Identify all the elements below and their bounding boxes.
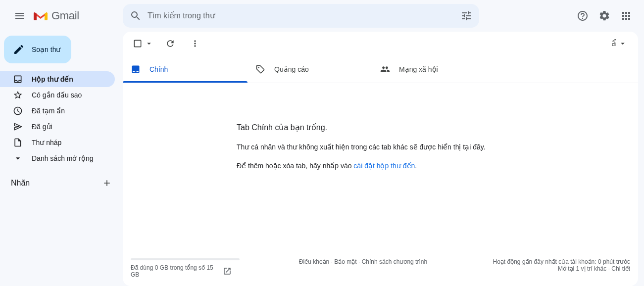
open-in-new-icon <box>223 267 232 276</box>
empty-hint: Để thêm hoặc xóa tab, hãy nhấp vào cài đ… <box>143 162 618 170</box>
layout: Soạn thư Hộp thư đến Có gắn dấu sao Đã t… <box>0 32 644 286</box>
sidebar-item-label: Đã tạm ẩn <box>32 107 65 115</box>
input-tools-icon: ẩ <box>611 40 616 48</box>
add-label-button[interactable] <box>100 176 114 190</box>
sep: · <box>606 265 611 272</box>
sep: · <box>329 258 334 265</box>
gmail-logo-text: Gmail <box>51 9 79 22</box>
tab-label: Quảng cáo <box>274 65 309 73</box>
sidebar-item-inbox[interactable]: Hộp thư đến <box>0 71 115 87</box>
labels-section-header: Nhãn <box>0 175 123 191</box>
tab-label: Chính <box>149 65 168 73</box>
header-right <box>573 6 640 26</box>
footer-links: Điều khoản · Bảo mật · Chính sách chương… <box>264 258 462 265</box>
compose-label: Soạn thư <box>32 46 60 53</box>
refresh-icon <box>165 39 175 48</box>
arrow-drop-down-icon <box>618 39 627 48</box>
empty-description: Thư cá nhân và thư không xuất hiện trong… <box>143 143 618 151</box>
storage-manage-link[interactable] <box>223 267 232 276</box>
empty-hint-pre: Để thêm hoặc xóa tab, hãy nhấp vào <box>237 162 353 170</box>
menu-icon <box>14 10 26 22</box>
sep: · <box>357 258 362 265</box>
more-vert-icon <box>190 39 200 48</box>
gmail-logo-icon <box>34 10 48 21</box>
sidebar-item-more[interactable]: Danh sách mở rộng <box>0 150 115 166</box>
sidebar-item-snoozed[interactable]: Đã tạm ẩn <box>0 103 115 119</box>
details-link[interactable]: Chi tiết <box>611 265 630 272</box>
privacy-link[interactable]: Bảo mật <box>334 258 356 265</box>
empty-state: Tab Chính của bạn trống. Thư cá nhân và … <box>123 83 638 254</box>
toolbar: ẩ <box>123 32 638 55</box>
apps-icon <box>620 10 632 22</box>
apps-button[interactable] <box>616 6 636 26</box>
help-icon <box>577 10 589 22</box>
gear-icon <box>598 10 610 22</box>
star-icon <box>13 90 23 100</box>
footer-activity: Hoạt động gần đây nhất của tài khoản: 0 … <box>482 258 630 272</box>
refresh-button[interactable] <box>160 34 180 53</box>
people-icon <box>380 64 390 74</box>
search-icon <box>130 10 142 22</box>
tab-promotions[interactable]: Quảng cáo <box>248 55 372 83</box>
terms-link[interactable]: Điều khoản <box>299 258 329 265</box>
category-tabs: Chính Quảng cáo Mạng xã hội <box>123 55 638 83</box>
sidebar-item-label: Hộp thư đến <box>32 75 73 83</box>
clock-icon <box>13 106 23 116</box>
storage-block: Đã dùng 0 GB trong tổng số 15 GB <box>131 258 245 278</box>
sidebar-item-sent[interactable]: Đã gửi <box>0 119 115 135</box>
inbox-icon <box>13 74 23 84</box>
open-elsewhere-text: Mở tại 1 vị trí khác <box>558 265 606 272</box>
pencil-icon <box>13 44 25 55</box>
arrow-drop-down-icon <box>145 39 153 48</box>
more-button[interactable] <box>185 34 205 53</box>
sidebar: Soạn thư Hộp thư đến Có gắn dấu sao Đã t… <box>0 32 123 286</box>
nav-list: Hộp thư đến Có gắn dấu sao Đã tạm ẩn Đã … <box>0 69 123 166</box>
search-button[interactable] <box>126 6 146 26</box>
footer: Đã dùng 0 GB trong tổng số 15 GB Điều kh… <box>123 254 638 286</box>
checkbox-icon <box>133 39 143 48</box>
inbox-icon <box>131 64 141 74</box>
main-panel: ẩ Chính Quảng cáo Mạng xã h <box>123 32 638 286</box>
send-icon <box>13 122 23 132</box>
search-options-button[interactable] <box>456 6 476 26</box>
sidebar-item-drafts[interactable]: Thư nháp <box>0 135 115 150</box>
input-tools-button[interactable]: ẩ <box>608 37 630 50</box>
tune-icon <box>460 10 472 22</box>
search-wrap <box>123 4 479 28</box>
settings-button[interactable] <box>594 6 614 26</box>
search-box <box>123 4 479 28</box>
labels-title: Nhãn <box>11 179 30 188</box>
sidebar-item-starred[interactable]: Có gắn dấu sao <box>0 87 115 103</box>
header-left: Gmail <box>4 4 123 28</box>
tab-social[interactable]: Mạng xã hội <box>372 55 497 83</box>
policies-link[interactable]: Chính sách chương trình <box>362 258 427 265</box>
select-all-checkbox[interactable] <box>131 37 155 50</box>
empty-hint-suffix: . <box>415 162 417 170</box>
chevron-down-icon <box>13 153 23 163</box>
plus-icon <box>102 178 112 188</box>
main-menu-button[interactable] <box>8 4 32 28</box>
empty-title: Tab Chính của bạn trống. <box>143 123 618 132</box>
support-button[interactable] <box>573 6 593 26</box>
header: Gmail <box>0 0 644 32</box>
sidebar-item-label: Có gắn dấu sao <box>32 91 82 99</box>
compose-button[interactable]: Soạn thư <box>4 36 71 63</box>
gmail-logo[interactable]: Gmail <box>32 9 79 22</box>
storage-progress <box>131 258 240 260</box>
tab-primary[interactable]: Chính <box>123 55 248 83</box>
file-icon <box>13 138 23 147</box>
last-activity-text: Hoạt động gần đây nhất của tài khoản: 0 … <box>482 258 630 265</box>
inbox-settings-link[interactable]: cài đặt hộp thư đến <box>353 162 415 170</box>
tag-icon <box>255 64 265 74</box>
sidebar-item-label: Thư nháp <box>32 139 61 146</box>
storage-text: Đã dùng 0 GB trong tổng số 15 GB <box>131 264 215 278</box>
sidebar-item-label: Danh sách mở rộng <box>32 154 94 162</box>
tab-label: Mạng xã hội <box>399 65 438 73</box>
sidebar-item-label: Đã gửi <box>32 123 52 131</box>
search-input[interactable] <box>146 11 456 20</box>
